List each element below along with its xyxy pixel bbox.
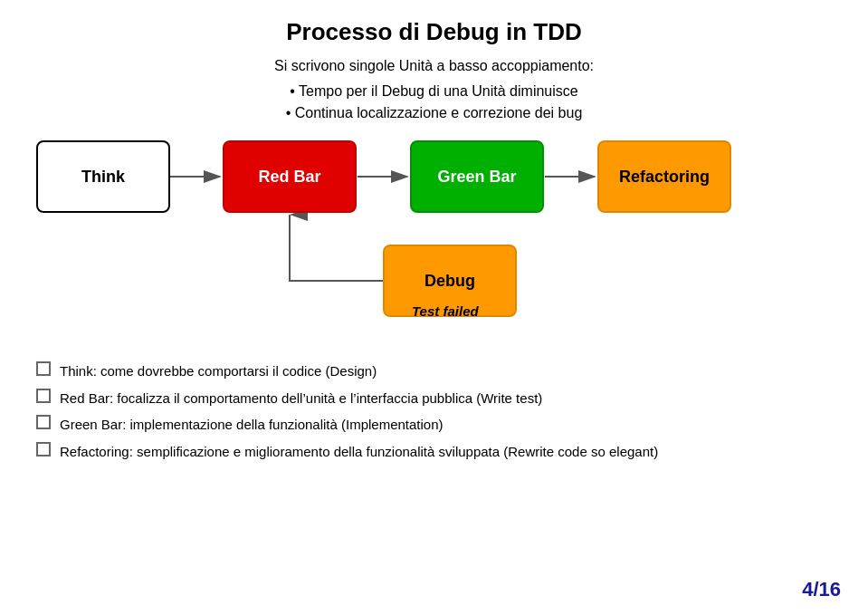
flow-box-redbar: Red Bar bbox=[223, 140, 357, 213]
subtitle-bullet-1: Tempo per il Debug di una Unità diminuis… bbox=[36, 81, 832, 102]
flow-box-refactoring: Refactoring bbox=[597, 140, 731, 213]
subtitle-bullet-2: Continua localizzazione e correzione dei… bbox=[36, 102, 832, 124]
flow-diagram: Think Red Bar Green Bar Refactoring Debu… bbox=[36, 140, 832, 349]
bullet-item-greenbar: Green Bar: implementazione della funzion… bbox=[36, 413, 832, 437]
think-label: Think bbox=[81, 168, 125, 187]
flow-box-greenbar: Green Bar bbox=[410, 140, 544, 213]
page: Processo di Debug in TDD Si scrivono sin… bbox=[0, 0, 868, 615]
redbar-label: Red Bar bbox=[258, 168, 320, 187]
bullet-item-refactoring: Refactoring: semplificazione e miglioram… bbox=[36, 440, 832, 464]
greenbar-label: Green Bar bbox=[437, 168, 516, 187]
checkbox-greenbar bbox=[36, 415, 51, 429]
page-number: 4/16 bbox=[802, 578, 841, 601]
checkbox-think bbox=[36, 361, 51, 376]
subtitle-bullets: Tempo per il Debug di una Unità diminuis… bbox=[36, 81, 832, 124]
bullet-text-redbar: Red Bar: focalizza il comportamento dell… bbox=[60, 387, 832, 410]
bullet-list: Think: come dovrebbe comportarsi il codi… bbox=[36, 360, 832, 463]
refactoring-label: Refactoring bbox=[619, 168, 710, 187]
bullet-item-redbar: Red Bar: focalizza il comportamento dell… bbox=[36, 387, 832, 410]
debug-label: Debug bbox=[424, 272, 475, 291]
subtitle: Si scrivono singole Unità a basso accopp… bbox=[36, 55, 832, 124]
test-failed-label: Test failed bbox=[412, 303, 479, 319]
flow-box-think: Think bbox=[36, 140, 170, 213]
bullet-text-refactoring: Refactoring: semplificazione e miglioram… bbox=[60, 440, 832, 464]
checkbox-refactoring bbox=[36, 442, 51, 456]
bullet-text-greenbar: Green Bar: implementazione della funzion… bbox=[60, 413, 832, 437]
bullet-text-think: Think: come dovrebbe comportarsi il codi… bbox=[60, 360, 832, 383]
subtitle-line1: Si scrivono singole Unità a basso accopp… bbox=[274, 58, 594, 73]
bullet-item-think: Think: come dovrebbe comportarsi il codi… bbox=[36, 360, 832, 383]
checkbox-redbar bbox=[36, 389, 51, 403]
page-title: Processo di Debug in TDD bbox=[36, 18, 832, 46]
